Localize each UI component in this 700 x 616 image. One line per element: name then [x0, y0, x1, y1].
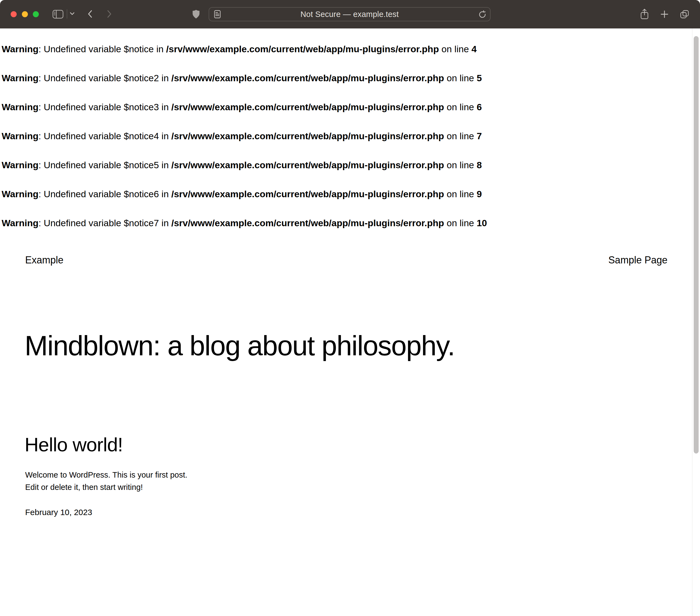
warning-label: Warning [2, 73, 39, 83]
reload-icon [478, 10, 486, 18]
php-warning-3: Warning: Undefined variable $notice3 in … [2, 102, 482, 112]
warning-label: Warning [2, 102, 39, 112]
nav-link-sample-page[interactable]: Sample Page [609, 255, 667, 265]
warning-line-number: 7 [477, 131, 482, 141]
php-warning-5: Warning: Undefined variable $notice5 in … [2, 160, 482, 170]
warning-text: : Undefined variable $notice in [39, 44, 166, 54]
warning-line-number: 8 [477, 160, 482, 170]
warning-label: Warning [2, 189, 39, 199]
warning-label: Warning [2, 218, 39, 228]
post-title-link[interactable]: Hello world! [25, 435, 123, 454]
warning-line-number: 6 [477, 102, 482, 112]
reader-view-button[interactable] [214, 10, 221, 18]
forward-icon [107, 10, 112, 18]
toolbar-divider [67, 9, 67, 19]
warning-text: : Undefined variable $notice6 in [39, 189, 172, 199]
php-warning-7: Warning: Undefined variable $notice7 in … [2, 218, 487, 227]
site-title-link[interactable]: Example [25, 255, 63, 265]
warning-tail: on line [444, 131, 477, 141]
warning-path: /srv/www/example.com/current/web/app/mu-… [172, 160, 444, 170]
warning-label: Warning [2, 44, 39, 54]
back-button[interactable] [88, 10, 92, 18]
php-warning-4: Warning: Undefined variable $notice4 in … [2, 131, 482, 140]
warning-text: : Undefined variable $notice5 in [39, 160, 172, 170]
safari-window: Not Secure — example.test [0, 0, 700, 616]
warning-line-number: 9 [477, 189, 482, 199]
warning-text: : Undefined variable $notice2 in [39, 73, 172, 83]
shield-icon [192, 10, 200, 19]
vertical-scrollbar-track[interactable] [692, 28, 700, 616]
warning-text: : Undefined variable $notice3 in [39, 102, 172, 112]
php-warning-6: Warning: Undefined variable $notice6 in … [2, 189, 482, 199]
reader-icon [214, 10, 221, 18]
close-window-button[interactable] [11, 11, 17, 17]
tab-overview-icon [680, 10, 689, 19]
post-excerpt-line-2: Edit or delete it, then start writing! [25, 483, 143, 491]
share-icon [640, 9, 649, 20]
vertical-scrollbar-thumb[interactable] [694, 36, 699, 454]
new-tab-button[interactable] [660, 10, 669, 19]
chevron-down-icon [70, 12, 74, 15]
forward-button[interactable] [107, 10, 112, 18]
back-icon [88, 10, 92, 18]
warning-path: /srv/www/example.com/current/web/app/mu-… [172, 218, 444, 228]
warning-tail: on line [444, 102, 477, 112]
warning-tail: on line [444, 218, 477, 228]
warning-line-number: 10 [477, 218, 487, 228]
minimize-window-button[interactable] [22, 11, 28, 17]
warning-text: : Undefined variable $notice7 in [39, 218, 172, 228]
web-page-content: Warning: Undefined variable $notice in /… [0, 28, 700, 616]
sidebar-toggle-button[interactable] [52, 10, 63, 19]
tab-overview-button[interactable] [680, 10, 689, 19]
sidebar-icon [52, 10, 63, 19]
warning-line-number: 5 [477, 73, 482, 83]
reload-button[interactable] [478, 10, 486, 18]
php-warning-1: Warning: Undefined variable $notice in /… [2, 44, 477, 53]
browser-toolbar: Not Secure — example.test [0, 0, 700, 28]
warning-path: /srv/www/example.com/current/web/app/mu-… [172, 131, 444, 141]
warning-path: /srv/www/example.com/current/web/app/mu-… [172, 73, 444, 83]
site-tagline: Mindblown: a blog about philosophy. [25, 332, 455, 360]
post-excerpt-line-1: Welcome to WordPress. This is your first… [25, 471, 187, 479]
zoom-window-button[interactable] [33, 11, 39, 17]
warning-label: Warning [2, 160, 39, 170]
warning-tail: on line [444, 189, 477, 199]
warning-text: : Undefined variable $notice4 in [39, 131, 172, 141]
address-bar[interactable]: Not Secure — example.test [209, 7, 490, 21]
plus-icon [660, 10, 669, 19]
php-warning-2: Warning: Undefined variable $notice2 in … [2, 73, 482, 83]
warning-path: /srv/www/example.com/current/web/app/mu-… [172, 189, 444, 199]
warning-path: /srv/www/example.com/current/web/app/mu-… [172, 102, 444, 112]
warning-tail: on line [444, 73, 477, 83]
post-date-link[interactable]: February 10, 2023 [25, 508, 92, 516]
address-bar-text: Not Secure — example.test [300, 10, 399, 19]
share-button[interactable] [640, 9, 649, 20]
sidebar-menu-button[interactable] [70, 12, 74, 15]
privacy-report-button[interactable] [192, 10, 200, 19]
warning-tail: on line [444, 160, 477, 170]
warning-path: /srv/www/example.com/current/web/app/mu-… [166, 44, 439, 54]
warning-tail: on line [439, 44, 472, 54]
warning-label: Warning [2, 131, 39, 141]
warning-line-number: 4 [472, 44, 477, 54]
